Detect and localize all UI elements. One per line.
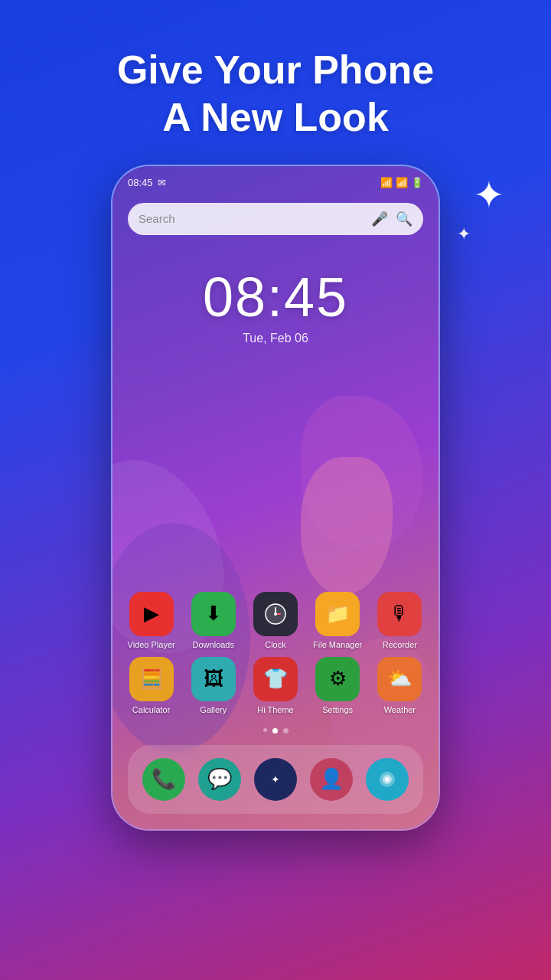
dock-phone[interactable]: 📞: [142, 758, 185, 801]
phone-mockup: 08:45 ✉ 📶 📶 🔋 Search 🎤 🔍 08:45 Tue, Feb …: [111, 165, 440, 831]
mic-icon[interactable]: 🎤: [371, 211, 388, 227]
dot-1: [263, 728, 267, 732]
app-video-player[interactable]: ▶ Video Player: [124, 592, 179, 649]
dot-3: [283, 728, 289, 733]
settings-label: Settings: [322, 705, 353, 714]
app-file-manager[interactable]: 📁 File Manager: [310, 592, 365, 649]
dock-assistant[interactable]: ✦: [254, 758, 297, 801]
weather-label: Weather: [384, 705, 416, 714]
calculator-icon: 🧮: [129, 657, 174, 701]
app-clock[interactable]: Clock: [248, 592, 303, 649]
dock-camera[interactable]: [366, 758, 409, 801]
clock-display: 08:45 Tue, Feb 06: [112, 266, 439, 345]
file-manager-icon: 📁: [315, 592, 360, 636]
app-calculator[interactable]: 🧮 Calculator: [124, 657, 179, 714]
status-left: 08:45 ✉: [128, 177, 166, 188]
calculator-label: Calculator: [132, 705, 171, 714]
battery-icon: 🔋: [411, 177, 423, 188]
status-mail-icon: ✉: [158, 177, 166, 188]
header-line2: A New Look: [162, 95, 389, 139]
app-gallery[interactable]: 🖼 Gallery: [186, 657, 241, 714]
status-time: 08:45: [128, 177, 153, 188]
status-bar: 08:45 ✉ 📶 📶 🔋: [112, 166, 439, 200]
clock-icon: [253, 592, 298, 636]
page-dots: [112, 728, 439, 733]
app-hi-theme[interactable]: 👕 Hi Theme: [248, 657, 303, 714]
settings-icon: ⚙: [315, 657, 360, 701]
signal-icon: 📶: [396, 177, 408, 188]
svg-point-9: [385, 777, 390, 782]
recorder-icon: 🎙: [377, 592, 422, 636]
clock-time: 08:45: [112, 266, 439, 328]
weather-icon: ⛅: [377, 657, 422, 701]
search-icon[interactable]: 🔍: [396, 211, 412, 227]
status-right: 📶 📶 🔋: [380, 177, 423, 188]
app-grid: ▶ Video Player ⬇ Downloads: [112, 592, 439, 722]
wifi-icon: 📶: [380, 177, 393, 188]
app-recorder[interactable]: 🎙 Recorder: [372, 592, 427, 649]
app-row-2: 🧮 Calculator 🖼 Gallery 👕 Hi Theme ⚙ Sett…: [120, 657, 431, 714]
app-downloads[interactable]: ⬇ Downloads: [186, 592, 241, 649]
search-placeholder: Search: [139, 212, 371, 225]
header: Give Your Phone A New Look: [117, 46, 434, 142]
dock-contacts[interactable]: 👤: [310, 758, 353, 801]
bg-blob-3: [301, 457, 393, 595]
svg-text:✦: ✦: [271, 773, 280, 786]
clock-date: Tue, Feb 06: [112, 332, 439, 345]
downloads-label: Downloads: [193, 640, 234, 649]
dock-messages[interactable]: 💬: [198, 758, 241, 801]
app-row-1: ▶ Video Player ⬇ Downloads: [120, 592, 431, 649]
dot-2: [272, 728, 278, 733]
hi-theme-icon: 👕: [253, 657, 298, 701]
video-player-label: Video Player: [128, 640, 175, 649]
app-settings[interactable]: ⚙ Settings: [310, 657, 365, 714]
file-manager-label: File Manager: [313, 640, 362, 649]
search-icons: 🎤 🔍: [371, 211, 412, 227]
clock-label: Clock: [265, 640, 286, 649]
sparkle-small-icon: ✦: [457, 226, 471, 243]
recorder-label: Recorder: [383, 640, 417, 649]
svg-point-4: [274, 612, 277, 616]
search-bar[interactable]: Search 🎤 🔍: [128, 203, 423, 235]
gallery-icon: 🖼: [191, 657, 236, 701]
hi-theme-label: Hi Theme: [257, 705, 293, 714]
phone-screen: 08:45 ✉ 📶 📶 🔋 Search 🎤 🔍 08:45 Tue, Feb …: [112, 166, 439, 829]
dock: 📞 💬 ✦ 👤: [128, 745, 423, 814]
sparkle-large-icon: ✦: [473, 176, 505, 214]
video-player-icon: ▶: [129, 592, 174, 636]
gallery-label: Gallery: [200, 705, 227, 714]
header-line1: Give Your Phone: [117, 47, 434, 92]
app-weather[interactable]: ⛅ Weather: [372, 657, 427, 714]
downloads-icon: ⬇: [191, 592, 236, 636]
